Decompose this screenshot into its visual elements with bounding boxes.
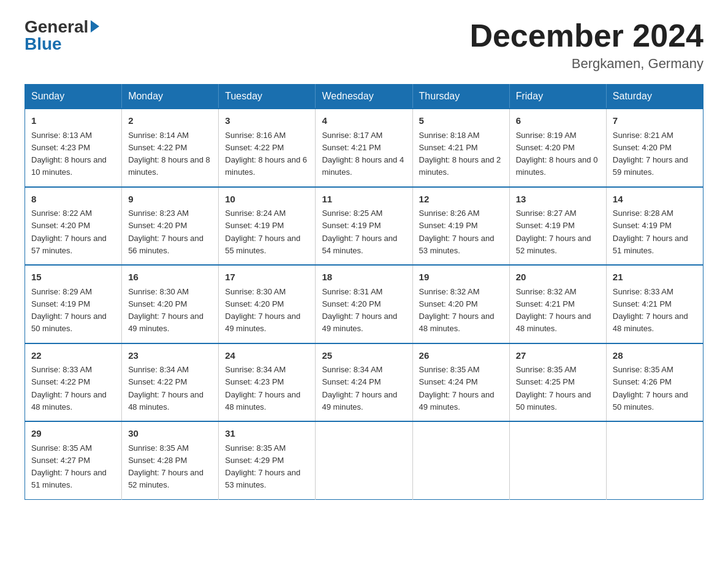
day-info: Sunrise: 8:30 AMSunset: 4:20 PMDaylight:… [128,287,203,334]
day-number: 26 [419,349,503,363]
calendar-week-row: 29Sunrise: 8:35 AMSunset: 4:27 PMDayligh… [25,421,703,499]
calendar-cell: 13Sunrise: 8:27 AMSunset: 4:19 PMDayligh… [509,187,606,266]
calendar-table: SundayMondayTuesdayWednesdayThursdayFrid… [25,84,703,500]
day-number: 30 [128,427,212,441]
day-number: 20 [516,270,600,285]
day-info: Sunrise: 8:35 AMSunset: 4:27 PMDaylight:… [31,443,107,490]
day-info: Sunrise: 8:33 AMSunset: 4:22 PMDaylight:… [31,365,107,412]
day-number: 23 [128,349,212,363]
day-number: 9 [128,193,212,207]
day-number: 17 [225,270,309,285]
day-info: Sunrise: 8:27 AMSunset: 4:19 PMDaylight:… [516,209,591,255]
day-info: Sunrise: 8:13 AMSunset: 4:23 PMDaylight:… [31,131,107,177]
calendar-cell: 11Sunrise: 8:25 AMSunset: 4:19 PMDayligh… [316,187,412,266]
header-saturday: Saturday [606,85,703,109]
day-number: 21 [613,270,697,285]
day-number: 10 [225,193,309,207]
calendar-cell: 8Sunrise: 8:22 AMSunset: 4:20 PMDaylight… [25,187,122,266]
calendar-cell: 6Sunrise: 8:19 AMSunset: 4:20 PMDaylight… [509,109,606,187]
day-info: Sunrise: 8:18 AMSunset: 4:21 PMDaylight:… [419,131,501,177]
calendar-cell [509,421,606,499]
day-info: Sunrise: 8:34 AMSunset: 4:24 PMDaylight:… [322,365,397,412]
day-info: Sunrise: 8:34 AMSunset: 4:22 PMDaylight:… [128,365,203,412]
calendar-cell: 17Sunrise: 8:30 AMSunset: 4:20 PMDayligh… [219,265,316,343]
calendar-week-row: 1Sunrise: 8:13 AMSunset: 4:23 PMDaylight… [25,109,703,187]
day-info: Sunrise: 8:35 AMSunset: 4:25 PMDaylight:… [516,365,591,412]
title-block: December 2024 Bergkamen, Germany [469,18,703,72]
calendar-cell: 4Sunrise: 8:17 AMSunset: 4:21 PMDaylight… [316,109,412,187]
header-wednesday: Wednesday [316,85,412,109]
calendar-cell: 28Sunrise: 8:35 AMSunset: 4:26 PMDayligh… [606,343,703,422]
calendar-cell: 5Sunrise: 8:18 AMSunset: 4:21 PMDaylight… [412,109,509,187]
calendar-header-row: SundayMondayTuesdayWednesdayThursdayFrid… [25,85,703,109]
day-info: Sunrise: 8:33 AMSunset: 4:21 PMDaylight:… [613,287,688,334]
day-number: 28 [613,349,697,363]
logo-general-text: General [25,18,88,36]
day-info: Sunrise: 8:22 AMSunset: 4:20 PMDaylight:… [31,209,107,255]
calendar-cell: 25Sunrise: 8:34 AMSunset: 4:24 PMDayligh… [316,343,412,422]
calendar-cell: 18Sunrise: 8:31 AMSunset: 4:20 PMDayligh… [316,265,412,343]
calendar-cell: 19Sunrise: 8:32 AMSunset: 4:20 PMDayligh… [412,265,509,343]
day-number: 8 [31,193,115,207]
logo-blue-text: Blue [25,36,62,53]
day-number: 25 [322,349,406,363]
day-number: 27 [516,349,600,363]
calendar-cell: 2Sunrise: 8:14 AMSunset: 4:22 PMDaylight… [122,109,219,187]
calendar-cell [606,421,703,499]
day-number: 6 [516,114,600,128]
day-number: 19 [419,270,503,285]
day-info: Sunrise: 8:21 AMSunset: 4:20 PMDaylight:… [613,131,688,177]
location-title: Bergkamen, Germany [469,56,703,72]
calendar-cell: 3Sunrise: 8:16 AMSunset: 4:22 PMDaylight… [219,109,316,187]
day-number: 22 [31,349,115,363]
calendar-cell: 7Sunrise: 8:21 AMSunset: 4:20 PMDaylight… [606,109,703,187]
calendar-cell: 14Sunrise: 8:28 AMSunset: 4:19 PMDayligh… [606,187,703,266]
month-title: December 2024 [469,18,703,53]
calendar-week-row: 22Sunrise: 8:33 AMSunset: 4:22 PMDayligh… [25,343,703,422]
day-info: Sunrise: 8:16 AMSunset: 4:22 PMDaylight:… [225,131,307,177]
calendar-cell: 21Sunrise: 8:33 AMSunset: 4:21 PMDayligh… [606,265,703,343]
day-info: Sunrise: 8:35 AMSunset: 4:28 PMDaylight:… [128,443,203,490]
calendar-cell [412,421,509,499]
day-number: 16 [128,270,212,285]
calendar-cell: 26Sunrise: 8:35 AMSunset: 4:24 PMDayligh… [412,343,509,422]
day-number: 11 [322,193,406,207]
day-number: 7 [613,114,697,128]
day-info: Sunrise: 8:17 AMSunset: 4:21 PMDaylight:… [322,131,404,177]
day-number: 4 [322,114,406,128]
header-tuesday: Tuesday [219,85,316,109]
day-info: Sunrise: 8:30 AMSunset: 4:20 PMDaylight:… [225,287,300,334]
calendar-week-row: 8Sunrise: 8:22 AMSunset: 4:20 PMDaylight… [25,187,703,266]
day-info: Sunrise: 8:35 AMSunset: 4:29 PMDaylight:… [225,443,300,490]
calendar-cell: 15Sunrise: 8:29 AMSunset: 4:19 PMDayligh… [25,265,122,343]
header-sunday: Sunday [25,85,122,109]
day-info: Sunrise: 8:19 AMSunset: 4:20 PMDaylight:… [516,131,598,177]
day-number: 3 [225,114,309,128]
header-friday: Friday [509,85,606,109]
day-info: Sunrise: 8:28 AMSunset: 4:19 PMDaylight:… [613,209,688,255]
calendar-cell: 29Sunrise: 8:35 AMSunset: 4:27 PMDayligh… [25,421,122,499]
day-info: Sunrise: 8:14 AMSunset: 4:22 PMDaylight:… [128,131,210,177]
day-number: 29 [31,427,115,441]
calendar-cell: 23Sunrise: 8:34 AMSunset: 4:22 PMDayligh… [122,343,219,422]
calendar-cell: 30Sunrise: 8:35 AMSunset: 4:28 PMDayligh… [122,421,219,499]
logo-triangle-icon [91,20,99,33]
header-monday: Monday [122,85,219,109]
calendar-cell: 16Sunrise: 8:30 AMSunset: 4:20 PMDayligh… [122,265,219,343]
day-info: Sunrise: 8:35 AMSunset: 4:26 PMDaylight:… [613,365,688,412]
day-info: Sunrise: 8:24 AMSunset: 4:19 PMDaylight:… [225,209,300,255]
day-number: 12 [419,193,503,207]
day-info: Sunrise: 8:34 AMSunset: 4:23 PMDaylight:… [225,365,300,412]
day-number: 14 [613,193,697,207]
day-info: Sunrise: 8:35 AMSunset: 4:24 PMDaylight:… [419,365,495,412]
day-number: 5 [419,114,503,128]
day-info: Sunrise: 8:23 AMSunset: 4:20 PMDaylight:… [128,209,203,255]
day-number: 13 [516,193,600,207]
calendar-cell: 31Sunrise: 8:35 AMSunset: 4:29 PMDayligh… [219,421,316,499]
calendar-cell: 20Sunrise: 8:32 AMSunset: 4:21 PMDayligh… [509,265,606,343]
calendar-cell: 22Sunrise: 8:33 AMSunset: 4:22 PMDayligh… [25,343,122,422]
calendar-cell: 10Sunrise: 8:24 AMSunset: 4:19 PMDayligh… [219,187,316,266]
calendar-week-row: 15Sunrise: 8:29 AMSunset: 4:19 PMDayligh… [25,265,703,343]
day-number: 18 [322,270,406,285]
day-number: 15 [31,270,115,285]
